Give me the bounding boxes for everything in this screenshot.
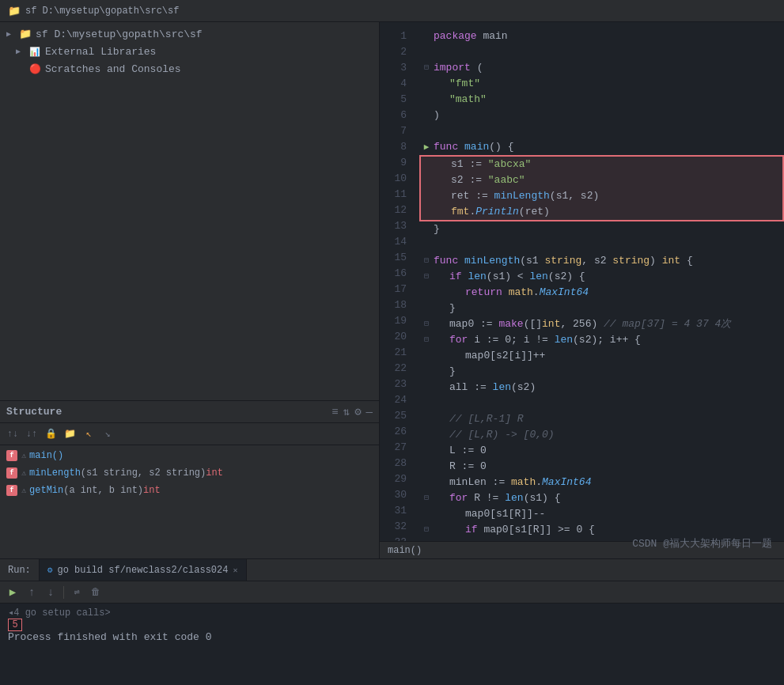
struct-item-getmin[interactable]: f ⚠ getMin (a int, b int) int [0, 482, 379, 499]
sort-type-btn[interactable]: ↓↑ [24, 426, 40, 442]
sidebar-file-tree: ▶ 📁 sf D:\mysetup\gopath\src\sf ▶ 📊 Exte… [0, 22, 379, 400]
gutter-30[interactable]: ⊟ [419, 490, 434, 506]
code-line-20: ⊟for i := 0; i != len(s2); i++ { [419, 332, 784, 348]
gutter-15[interactable]: ⊟ [419, 253, 434, 269]
getmin-name: getMin [29, 485, 63, 496]
bottom-panel: Run: ⚙ go build sf/newclass2/class024 ✕ … [0, 558, 784, 685]
gutter-3[interactable]: ⊟ [419, 60, 434, 76]
code-line-14 [419, 237, 784, 253]
libs-icon: 📊 [28, 45, 41, 58]
code-line-3: ⊟import ( [419, 60, 784, 76]
code-line-10: s2 := "aabc" [421, 172, 782, 188]
run-tab-build[interactable]: ⚙ go build sf/newclass2/class024 ✕ [40, 559, 247, 581]
sidebar: ▶ 📁 sf D:\mysetup\gopath\src\sf ▶ 📊 Exte… [0, 22, 380, 558]
run-up-btn[interactable]: ↑ [24, 585, 40, 600]
getmin-func-symbol: ⚠ [21, 486, 26, 495]
minlength-type: int [206, 467, 223, 479]
exit-message: Process finished with exit code 0 [8, 631, 211, 643]
run-tab-label: go build sf/newclass2/class024 [57, 565, 228, 576]
scratches-label: Scratches and Consoles [45, 63, 181, 75]
code-content-13: } [434, 221, 440, 237]
code-content-9: s1 := "abcxa" [435, 157, 531, 172]
setup-calls-text: ◂4 go setup calls> [8, 607, 111, 619]
code-content-8: func main() { [434, 139, 513, 155]
status-text: main() [388, 545, 422, 556]
sf-folder-icon: 📁 [19, 28, 32, 40]
code-content-32: if map0[s1[R]] >= 0 { [434, 522, 595, 538]
code-line-12: fmt.Println(ret) [421, 204, 782, 220]
status-bar: main() CSDN @福大大架构师每日一题 [380, 541, 784, 558]
code-lines[interactable]: package main⊟import ("fmt""math")▶func m… [413, 22, 784, 541]
structure-settings-icon[interactable]: ⚙ [354, 405, 361, 418]
structure-title: Structure [6, 406, 62, 418]
code-line-17: return math.MaxInt64 [419, 285, 784, 301]
sidebar-item-scratches[interactable]: 🔴 Scratches and Consoles [0, 60, 379, 78]
code-content-22: } [434, 364, 456, 380]
code-content-3: import ( [434, 60, 483, 76]
run-toolbar: ▶ ↑ ↓ ⇌ 🗑 [0, 581, 784, 604]
structure-sort-icon[interactable]: ⇅ [343, 405, 350, 418]
code-content-20: for i := 0; i != len(s2); i++ { [434, 332, 641, 348]
code-content-15: func minLength(s1 string, s2 string) int… [434, 253, 693, 269]
gutter-20[interactable]: ⊟ [419, 332, 434, 348]
structure-actions: ≡ ⇅ ⚙ — [331, 405, 373, 418]
code-line-28: R := 0 [419, 459, 784, 475]
sf-arrow: ▶ [6, 29, 17, 39]
watermark: CSDN @福大大架构师每日一题 [632, 536, 772, 551]
code-line-16: ⊟if len(s1) < len(s2) { [419, 269, 784, 285]
run-tabs: Run: ⚙ go build sf/newclass2/class024 ✕ [0, 559, 784, 581]
run-tab-close[interactable]: ✕ [233, 566, 237, 575]
code-line-1: package main [419, 28, 784, 44]
code-content-10: s2 := "aabc" [435, 172, 525, 188]
code-content-1: package main [434, 28, 508, 44]
run-play-btn[interactable]: ▶ [5, 585, 21, 600]
scratches-arrow [16, 65, 27, 74]
code-editor: 1234567891011121314151617181920212223242… [380, 22, 784, 558]
sidebar-item-external-libs[interactable]: ▶ 📊 External Libraries [0, 43, 379, 60]
toolbar-divider [63, 586, 64, 599]
code-line-31: map0[s1[R]]-- [419, 506, 784, 522]
run-wrap-btn[interactable]: ⇌ [69, 585, 85, 600]
run-trash-btn[interactable]: 🗑 [88, 585, 104, 600]
code-content-11: ret := minLength(s1, s2) [435, 188, 599, 204]
getmin-badge: f [6, 485, 17, 496]
sidebar-item-sf[interactable]: ▶ 📁 sf D:\mysetup\gopath\src\sf [0, 25, 379, 43]
struct-item-main[interactable]: f ⚠ main() [0, 447, 379, 464]
code-line-27: L := 0 [419, 443, 784, 459]
code-line-26: // [L,R) -> [0,0) [419, 427, 784, 443]
main-name: main() [29, 450, 63, 461]
title-bar: 📁 sf D:\mysetup\gopath\src\sf [0, 0, 784, 22]
gutter-8[interactable]: ▶ [419, 139, 434, 155]
setup-calls-line: ◂4 go setup calls> [8, 607, 776, 619]
code-line-22: } [419, 364, 784, 380]
folder-btn[interactable]: 📁 [62, 426, 78, 442]
main-func-symbol: ⚠ [21, 451, 26, 460]
code-content: 1234567891011121314151617181920212223242… [380, 22, 784, 541]
gutter-16[interactable]: ⊟ [419, 269, 434, 285]
expand-btn[interactable]: ↖ [81, 426, 97, 442]
gutter-19[interactable]: ⊟ [419, 316, 434, 332]
code-content-17: return math.MaxInt64 [434, 285, 589, 301]
lock-btn[interactable]: 🔒 [43, 426, 59, 442]
sf-folder-icon: 📁 [8, 5, 21, 17]
structure-align-icon[interactable]: ≡ [331, 406, 338, 418]
struct-item-minlength[interactable]: f ⚠ minLength (s1 string, s2 string) int [0, 464, 379, 482]
code-line-4: "fmt" [419, 76, 784, 92]
run-down-btn[interactable]: ↓ [43, 585, 59, 600]
code-line-29: minLen := math.MaxInt64 [419, 475, 784, 490]
code-content-25: // [L,R-1] R [434, 411, 524, 427]
line-numbers: 1234567891011121314151617181920212223242… [380, 22, 413, 541]
collapse-btn[interactable]: ↘ [100, 426, 116, 442]
code-line-24 [419, 395, 784, 411]
run-label: Run: [0, 559, 40, 581]
gutter-32[interactable]: ⊟ [419, 522, 434, 538]
sort-alpha-btn[interactable]: ↑↓ [5, 426, 21, 442]
sf-label: sf D:\mysetup\gopath\src\sf [36, 28, 203, 40]
structure-minimize-icon[interactable]: — [366, 406, 373, 418]
code-content-30: for R != len(s1) { [434, 490, 560, 506]
code-line-8: ▶func main() { [419, 139, 784, 155]
code-line-6: ) [419, 108, 784, 123]
ext-libs-arrow: ▶ [16, 47, 27, 56]
code-line-2 [419, 44, 784, 60]
code-line-11: ret := minLength(s1, s2) [421, 188, 782, 204]
